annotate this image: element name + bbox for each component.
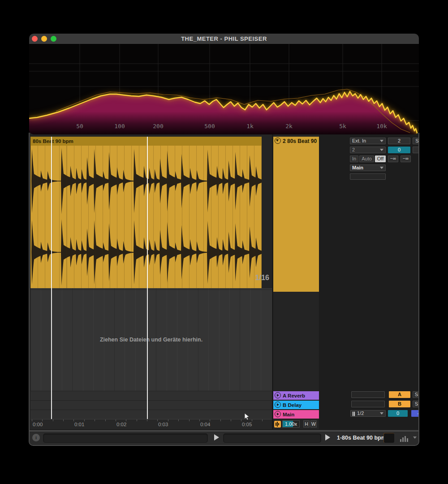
pan-field[interactable]: C xyxy=(413,147,419,153)
play-track-icon[interactable] xyxy=(275,402,281,408)
meter-titlebar[interactable]: THE_METER - PHIL SPEISER xyxy=(29,34,419,44)
monitor-in-button[interactable]: In xyxy=(350,156,358,162)
output-sub-chooser[interactable] xyxy=(350,173,386,180)
input-type-chooser[interactable]: Ext. In xyxy=(350,138,386,144)
clip-title: 80s Beat 90 bpm xyxy=(33,138,73,144)
cue-out-value: 1/2 xyxy=(357,411,364,416)
insert-marker xyxy=(51,137,52,419)
meter-window: THE_METER - PHIL SPEISER -6dB -12dB -24d… xyxy=(29,34,419,134)
track-header-main[interactable]: Main xyxy=(273,410,319,419)
play-track-icon[interactable] xyxy=(275,411,281,417)
return-b-solo[interactable]: S xyxy=(413,401,419,407)
clip-slot-box[interactable] xyxy=(383,433,394,443)
play-track-icon[interactable] xyxy=(275,392,281,398)
solo-button[interactable]: S xyxy=(413,138,419,144)
track-name: 2 80s Beat 90 xyxy=(283,138,317,144)
meter-window-title: THE_METER - PHIL SPEISER xyxy=(29,35,419,42)
solo-label: S xyxy=(415,392,418,397)
freq-label: 500 xyxy=(204,123,215,130)
cue-volume-value: 0 xyxy=(396,411,399,416)
time-label: 0:02 xyxy=(116,422,126,427)
activator-label: 2 xyxy=(398,138,401,143)
freq-label: 1k xyxy=(246,123,254,130)
time-label: 0:04 xyxy=(200,422,210,427)
track-header-return-a[interactable]: A Reverb xyxy=(273,391,319,400)
freq-label: 200 xyxy=(153,123,163,130)
monitor-off-button[interactable]: Off xyxy=(375,156,386,162)
send-b-value: −∞ xyxy=(403,156,409,161)
spectrum-analyzer: -6dB -12dB -24dB -48dB .db-lab{left:auto… xyxy=(29,44,419,134)
send-letter: B xyxy=(398,401,401,406)
freq-label: 100 xyxy=(114,123,125,130)
io-mixer-panel: Ext. In 2 In Auto Off Main 2 S 0 C −∞ −∞ xyxy=(319,133,419,429)
send-b-field[interactable]: −∞ xyxy=(401,156,411,162)
monitor-auto-button[interactable]: Auto xyxy=(359,156,374,162)
status-bar: i 1-80s Beat 90 bpm xyxy=(30,431,418,445)
clip-title-bar[interactable]: 80s Beat 90 bpm xyxy=(30,137,262,146)
follow-button[interactable] xyxy=(274,421,281,428)
monitor-auto-label: Auto xyxy=(362,156,372,161)
time-label: 0:03 xyxy=(158,422,168,427)
clip-grid xyxy=(30,146,262,288)
clip-selector[interactable]: 1-80s Beat 90 bpm xyxy=(337,435,386,441)
chevron-down-icon xyxy=(380,412,383,415)
output-value: Main xyxy=(352,165,363,170)
freq-label: 50 xyxy=(76,123,83,130)
track-header-return-b[interactable]: B Delay xyxy=(273,401,319,409)
return-b-send-chooser[interactable] xyxy=(351,401,385,407)
w-label: W xyxy=(311,421,316,427)
chevron-down-icon[interactable] xyxy=(413,436,417,439)
monitor-off-label: Off xyxy=(377,156,383,161)
input-channel-value: 2 xyxy=(352,147,355,152)
chevron-down-icon xyxy=(380,140,383,142)
track-name: A Reverb xyxy=(283,393,305,398)
send-letter: A xyxy=(398,392,401,397)
info-text-field[interactable] xyxy=(43,433,208,443)
return-a-send-label[interactable]: A xyxy=(389,391,410,398)
main-volume-field[interactable]: -6.0 xyxy=(411,410,419,417)
time-label: 0:05 xyxy=(242,422,252,427)
arrangement-empty-area[interactable]: Ziehen Sie Dateien und Geräte hierhin. xyxy=(30,288,272,419)
track-header-audio[interactable]: 2 80s Beat 90 xyxy=(273,137,319,292)
return-a-solo[interactable]: S xyxy=(413,391,419,398)
track-name: B Delay xyxy=(283,402,302,408)
levels-icon[interactable] xyxy=(400,435,411,442)
clip-play-icon[interactable] xyxy=(325,434,330,441)
h-label: H xyxy=(305,421,308,427)
main-volume-value: -6.0 xyxy=(418,411,419,416)
zoom-width-button[interactable]: W xyxy=(310,420,317,428)
cue-volume-field[interactable]: 0 xyxy=(388,410,408,417)
return-lane-a[interactable] xyxy=(30,391,272,400)
send-a-field[interactable]: −∞ xyxy=(388,156,398,162)
clip-selector-label: 1-80s Beat 90 bpm xyxy=(337,435,386,441)
main-lane[interactable] xyxy=(30,410,272,419)
input-channel-chooser[interactable]: 2 xyxy=(350,147,386,153)
volume-field[interactable]: 0 xyxy=(388,147,410,153)
return-b-send-label[interactable]: B xyxy=(389,401,410,407)
fold-track-icon[interactable] xyxy=(275,138,281,144)
preview-play-icon[interactable] xyxy=(214,434,219,441)
return-a-send-chooser[interactable] xyxy=(351,391,385,398)
screen: THE_METER - PHIL SPEISER -6dB -12dB -24d… xyxy=(0,0,448,484)
search-field[interactable] xyxy=(223,433,321,443)
info-icon[interactable]: i xyxy=(32,434,40,441)
track-bottom-line xyxy=(30,290,272,290)
grid-division-label: 1/16 xyxy=(233,274,269,282)
time-ruler[interactable]: 0:00 0:01 0:02 0:03 0:04 0:05 xyxy=(30,419,272,429)
output-chooser[interactable]: Main xyxy=(350,164,386,171)
zoom-height-button[interactable]: H xyxy=(303,420,310,428)
track-activator[interactable]: 2 xyxy=(388,138,410,144)
zoom-scale-box[interactable]: 1.00x xyxy=(282,420,300,428)
cue-out-chooser[interactable]: 1/2 xyxy=(350,410,386,417)
input-type-value: Ext. In xyxy=(352,138,366,143)
chevron-down-icon xyxy=(380,149,383,151)
return-lane-b[interactable] xyxy=(30,400,272,410)
audio-clip[interactable] xyxy=(30,146,262,288)
ruler-ticks xyxy=(32,419,272,421)
time-label: 0:01 xyxy=(74,422,84,427)
freq-label: 10k xyxy=(376,123,387,130)
loop-end-marker xyxy=(147,137,148,419)
spectrum-fill xyxy=(29,91,418,134)
send-a-value: −∞ xyxy=(390,156,396,161)
freq-label: 2k xyxy=(285,123,293,130)
